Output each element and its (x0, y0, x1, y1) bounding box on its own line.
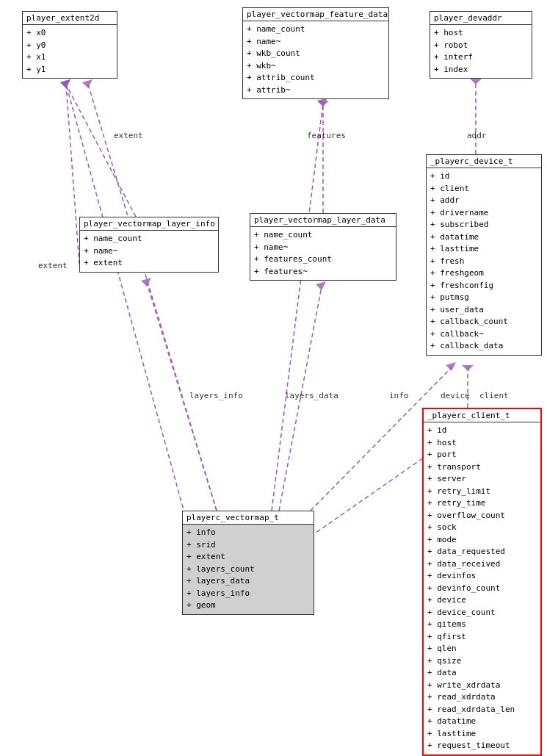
box-title: _playerc_client_t (427, 411, 510, 420)
svg-marker-5 (60, 79, 70, 88)
label-layers-info: layers_info (189, 391, 243, 400)
box-playerc-client-t: _playerc_client_t + id + host + port + t… (422, 408, 542, 756)
box-player-vectormap-feature-data: player_vectormap_feature_data + name_cou… (242, 7, 389, 99)
svg-marker-23 (60, 79, 70, 88)
svg-line-6 (272, 103, 323, 511)
label-client: client (479, 391, 509, 400)
box-body-devaddr: + host + robot + interf + index (430, 25, 532, 78)
box-body-pvt: + info + srid + extent + layers_count + … (183, 525, 314, 614)
box-body-pvld: + name_count + name~ + features_count + … (250, 227, 396, 280)
box-pvld: player_vectormap_layer_data + name_count… (250, 213, 396, 281)
box-body-pvfd: + name_count + name~ + wkb_count + wkb~ … (243, 21, 388, 98)
box-body-pvli: + name_count + name~ + extent (80, 231, 218, 272)
svg-marker-19 (462, 365, 474, 371)
diagram: player_extent2d + x0 + y0 + x1 + y1 play… (0, 0, 547, 756)
svg-line-22 (66, 84, 79, 264)
label-extent-left: extent (38, 261, 68, 270)
box-header-pvld: player_vectormap_layer_data (250, 214, 396, 227)
box-player-extent2d: player_extent2d + x0 + y0 + x1 + y1 (22, 11, 117, 79)
box-playerc-vectormap-t: playerc_vectormap_t + info + srid + exte… (182, 511, 314, 615)
box-header-pvli: player_vectormap_layer_info (80, 217, 218, 231)
svg-marker-11 (470, 79, 482, 84)
svg-marker-9 (317, 101, 329, 107)
label-info: info (389, 391, 409, 400)
box-header-pdt: _playerc_device_t (427, 155, 541, 168)
box-title: player_devaddr (434, 13, 502, 23)
box-header-player-extent2d: player_extent2d (23, 12, 117, 25)
box-body-pdt: + id + client + addr + drivername + subs… (427, 168, 541, 355)
box-header-devaddr: player_devaddr (430, 12, 532, 25)
box-pvli: player_vectormap_layer_info + name_count… (79, 217, 219, 273)
box-title: _playerc_device_t (430, 156, 513, 166)
box-title: player_extent2d (26, 13, 99, 23)
box-body-player-extent2d: + x0 + y0 + x1 + y1 (23, 25, 117, 78)
box-title: player_vectormap_layer_data (254, 215, 385, 225)
svg-marker-3 (82, 79, 93, 88)
box-header-pvfd: player_vectormap_feature_data (243, 8, 388, 21)
svg-line-0 (66, 84, 191, 536)
label-extent-top: extent (114, 131, 143, 140)
box-title: playerc_vectormap_t (186, 513, 279, 522)
svg-marker-15 (316, 281, 326, 290)
label-device: device (441, 391, 470, 400)
box-playerc-device-t: _playerc_device_t + id + client + addr +… (426, 154, 542, 356)
label-layers-data: layers_data (285, 391, 338, 400)
box-header-pct: _playerc_client_t (424, 409, 540, 422)
svg-marker-1 (60, 79, 70, 88)
svg-line-4 (66, 84, 136, 217)
svg-marker-13 (141, 278, 151, 287)
svg-line-2 (88, 84, 217, 511)
box-title: player_vectormap_feature_data (247, 10, 388, 19)
label-addr: addr (467, 131, 487, 140)
label-features: features (307, 131, 346, 140)
box-body-pct: + id + host + port + transport + server … (424, 422, 540, 755)
svg-marker-17 (446, 362, 456, 371)
box-header-pvt: playerc_vectormap_t (183, 511, 314, 525)
box-player-devaddr: player_devaddr + host + robot + interf +… (430, 11, 532, 79)
box-title: player_vectormap_layer_info (84, 219, 215, 228)
